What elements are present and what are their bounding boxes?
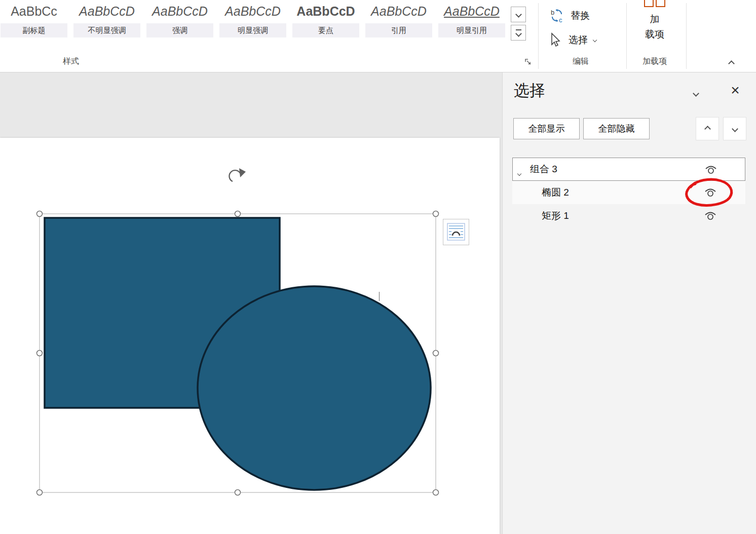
selection-handle-bottom-left[interactable] bbox=[37, 490, 43, 495]
svg-text:c: c bbox=[559, 16, 562, 24]
selection-handle-middle-left[interactable] bbox=[37, 351, 43, 356]
style-preview: AaBbCcD bbox=[438, 0, 505, 22]
tree-row-rectangle-1[interactable]: 矩形 1 bbox=[512, 204, 745, 227]
dialog-launcher-icon bbox=[524, 58, 533, 67]
addins-button-label: 加 载项 bbox=[633, 12, 676, 42]
style-card-intense-emphasis[interactable]: AaBbCcD 明显强调 bbox=[219, 0, 286, 39]
ribbon: AaBbCc 副标题 AaBbCcD 不明显强调 AaBbCcD 强调 AaBb… bbox=[0, 0, 756, 72]
style-label: 不明显强调 bbox=[73, 23, 140, 37]
document-canvas[interactable] bbox=[0, 72, 502, 534]
style-card-strong[interactable]: AaBbCcD 要点 bbox=[292, 0, 359, 39]
group-separator bbox=[686, 3, 687, 69]
rotation-handle[interactable] bbox=[229, 168, 246, 181]
group-separator bbox=[538, 3, 539, 69]
visibility-eye-toggle[interactable] bbox=[704, 187, 717, 198]
styles-group-label: 样式 bbox=[51, 56, 91, 67]
hide-all-button[interactable]: 全部隐藏 bbox=[583, 118, 650, 139]
selection-handle-top-center[interactable] bbox=[235, 211, 241, 217]
show-all-button[interactable]: 全部显示 bbox=[513, 118, 580, 139]
style-label: 要点 bbox=[292, 23, 359, 37]
gallery-more-button[interactable] bbox=[511, 25, 526, 41]
expand-chevron-icon[interactable] bbox=[518, 167, 521, 178]
replace-button[interactable]: b c 替换 bbox=[549, 6, 590, 25]
style-card-subtle-emphasis[interactable]: AaBbCcD 不明显强调 bbox=[73, 0, 140, 39]
cursor-arrow-icon bbox=[549, 32, 563, 48]
gallery-scroll-down-button[interactable] bbox=[511, 7, 526, 22]
style-preview: AaBbCc bbox=[1, 0, 67, 22]
style-card-emphasis[interactable]: AaBbCcD 强调 bbox=[146, 0, 213, 39]
chevron-down-icon bbox=[693, 90, 699, 97]
eye-icon bbox=[704, 210, 717, 221]
select-button[interactable]: 选择 bbox=[549, 30, 596, 50]
eye-icon bbox=[704, 187, 717, 198]
editing-group-label: 编辑 bbox=[562, 56, 599, 67]
replace-label: 替换 bbox=[571, 9, 590, 22]
eye-icon bbox=[704, 164, 717, 175]
style-preview: AaBbCcD bbox=[146, 0, 213, 22]
layout-options-icon bbox=[446, 223, 466, 241]
chevron-down-icon bbox=[515, 11, 522, 18]
styles-dialog-launcher-button[interactable] bbox=[524, 58, 533, 67]
addins-squares-icon bbox=[641, 0, 668, 9]
addins-group-label: 加载项 bbox=[636, 56, 673, 67]
ellipse-shape[interactable] bbox=[198, 286, 431, 490]
move-down-button[interactable] bbox=[723, 117, 746, 140]
addins-button[interactable]: 加 载项 bbox=[633, 0, 676, 51]
group-separator bbox=[626, 3, 627, 69]
selection-handle-top-left[interactable] bbox=[37, 211, 43, 217]
replace-swap-icon: b c bbox=[549, 8, 565, 24]
style-preview: AaBbCcD bbox=[73, 0, 140, 22]
style-preview: AaBbCcD bbox=[292, 0, 359, 22]
selection-pane: 选择 × 全部显示 全部隐藏 组合 3 bbox=[502, 72, 756, 534]
chevron-down-icon bbox=[732, 126, 738, 132]
style-card-quote[interactable]: AaBbCcD 引用 bbox=[365, 0, 432, 39]
style-label: 副标题 bbox=[1, 23, 67, 37]
style-preview: AaBbCcD bbox=[219, 0, 286, 22]
style-card-subtitle[interactable]: AaBbCc 副标题 bbox=[1, 0, 67, 39]
shapes-layer bbox=[0, 95, 503, 534]
style-label: 明显引用 bbox=[438, 23, 505, 37]
tree-row-oval-2[interactable]: 椭圆 2 bbox=[512, 181, 745, 204]
tree-row-group-3[interactable]: 组合 3 bbox=[512, 158, 745, 181]
layout-options-button[interactable] bbox=[443, 219, 469, 245]
svg-text:b: b bbox=[551, 9, 554, 16]
pane-collapse-button[interactable] bbox=[687, 86, 704, 101]
word-window: AaBbCc 副标题 AaBbCcD 不明显强调 AaBbCcD 强调 AaBb… bbox=[0, 0, 756, 534]
select-label: 选择 bbox=[569, 33, 588, 47]
chevron-up-icon bbox=[704, 126, 711, 132]
chevron-down-icon bbox=[515, 30, 522, 37]
style-label: 明显强调 bbox=[219, 23, 286, 37]
pane-title: 选择 bbox=[514, 80, 545, 101]
style-label: 强调 bbox=[146, 23, 213, 37]
chevron-up-icon bbox=[728, 60, 735, 67]
selection-tree: 组合 3 椭圆 2 bbox=[512, 158, 745, 227]
visibility-eye-toggle[interactable] bbox=[704, 210, 717, 221]
selection-handle-bottom-right[interactable] bbox=[433, 490, 439, 495]
style-card-intense-quote[interactable]: AaBbCcD 明显引用 bbox=[438, 0, 505, 39]
move-up-button[interactable] bbox=[696, 117, 719, 140]
chevron-down-icon bbox=[593, 38, 597, 42]
style-preview: AaBbCcD bbox=[365, 0, 432, 22]
pane-close-button[interactable]: × bbox=[727, 82, 744, 99]
ribbon-collapse-button[interactable] bbox=[724, 57, 739, 70]
style-label: 引用 bbox=[365, 23, 432, 37]
visibility-eye-toggle[interactable] bbox=[704, 164, 717, 175]
selection-handle-top-right[interactable] bbox=[433, 211, 439, 217]
selection-handle-bottom-center[interactable] bbox=[235, 490, 241, 495]
selection-handle-middle-right[interactable] bbox=[433, 351, 439, 356]
